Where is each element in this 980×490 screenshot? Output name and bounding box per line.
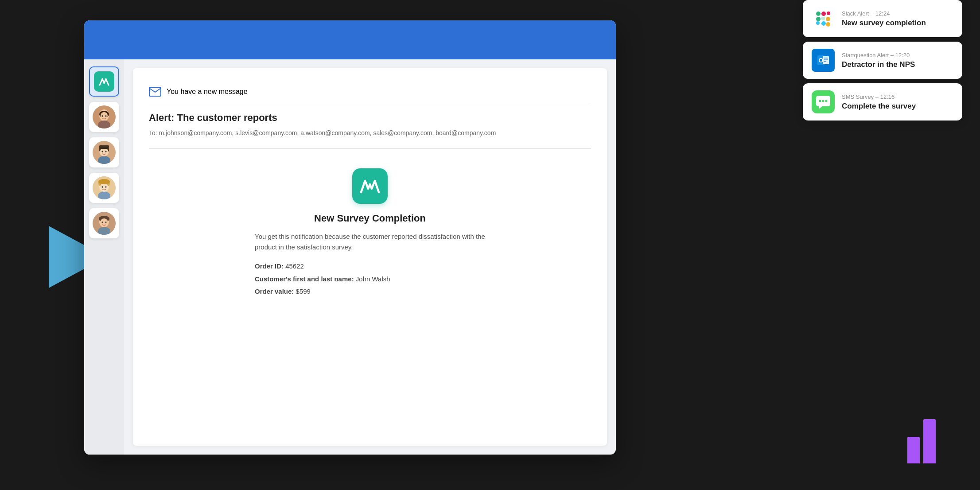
sidebar-item-avatar-4[interactable]	[89, 208, 119, 238]
app-window: You have a new message Alert: The custom…	[84, 20, 616, 455]
decorative-bar-chart	[907, 419, 936, 463]
order-id-line: Order ID: 45622	[255, 261, 485, 272]
customer-label: Customer's first and last name:	[255, 275, 354, 283]
app-body: You have a new message Alert: The custom…	[84, 59, 616, 455]
svg-point-51	[819, 100, 821, 102]
svg-point-12	[102, 151, 103, 152]
svg-rect-39	[821, 17, 825, 20]
sms-notif-time: SMS Survey – 12:16	[842, 93, 953, 100]
slack-notif-title: New survey completion	[842, 19, 953, 27]
outlook-icon	[812, 49, 835, 72]
sidebar-item-avatar-2[interactable]	[89, 137, 119, 167]
outlook-notif-title: Detractor in the NPS	[842, 60, 953, 69]
svg-rect-38	[816, 21, 820, 25]
svg-rect-46	[824, 59, 828, 60]
svg-point-29	[105, 222, 107, 223]
svg-rect-31	[816, 12, 821, 16]
main-content: You have a new message Alert: The custom…	[133, 68, 607, 446]
svg-rect-32	[816, 17, 821, 21]
sms-icon	[812, 90, 835, 113]
envelope-icon	[149, 87, 161, 97]
message-bar: You have a new message	[149, 81, 591, 103]
sidebar-item-logo[interactable]	[89, 66, 119, 97]
survey-details: Order ID: 45622 Customer's first and las…	[255, 261, 485, 299]
svg-rect-33	[821, 12, 826, 16]
survey-title: New Survey Completion	[314, 213, 426, 224]
customer-value: John Walsh	[356, 275, 390, 283]
notif-card-sms[interactable]: SMS Survey – 12:16 Complete the survey	[803, 83, 962, 121]
survey-description: You get this notification because the cu…	[255, 231, 485, 253]
svg-rect-34	[827, 12, 830, 15]
outlook-notif-text: Startquestion Alert – 12:20 Detractor in…	[842, 52, 953, 69]
bar-2	[923, 419, 936, 463]
svg-point-6	[105, 115, 107, 117]
order-value-line: Order value: $599	[255, 287, 485, 297]
slack-notif-text: Slack Alert – 12:24 New survey completio…	[842, 10, 953, 27]
order-value: $599	[296, 288, 311, 295]
order-id-label: Order ID:	[255, 262, 284, 270]
svg-rect-36	[826, 22, 830, 27]
survey-content: New Survey Completion You get this notif…	[149, 159, 591, 308]
email-divider	[149, 148, 591, 149]
survey-logo	[352, 168, 388, 204]
email-title: Alert: The customer reports	[149, 112, 591, 124]
logo-w	[94, 71, 114, 92]
slack-notif-time: Slack Alert – 12:24	[842, 10, 953, 17]
svg-rect-47	[824, 61, 826, 62]
avatar-1	[93, 105, 116, 128]
svg-point-28	[102, 222, 103, 223]
sidebar-item-avatar-1[interactable]	[89, 102, 119, 132]
svg-point-53	[825, 100, 828, 102]
sidebar-item-avatar-3[interactable]	[89, 173, 119, 203]
bar-1	[907, 437, 920, 463]
notif-card-slack[interactable]: Slack Alert – 12:24 New survey completio…	[803, 0, 962, 37]
app-header	[84, 20, 616, 59]
notif-card-outlook[interactable]: Startquestion Alert – 12:20 Detractor in…	[803, 42, 962, 79]
svg-rect-35	[826, 17, 830, 21]
svg-point-52	[822, 100, 824, 102]
svg-point-21	[105, 186, 107, 188]
svg-point-22	[98, 179, 110, 184]
notifications-panel: Slack Alert – 12:24 New survey completio…	[803, 0, 962, 121]
svg-point-4	[101, 112, 108, 119]
svg-point-13	[105, 151, 107, 152]
svg-point-5	[102, 115, 103, 117]
to-addresses: m.johnson@company.com, s.levis@company.c…	[159, 129, 496, 136]
outlook-notif-time: Startquestion Alert – 12:20	[842, 52, 953, 58]
to-label: To:	[149, 129, 157, 136]
avatar-3	[93, 176, 116, 199]
order-id-value: 45622	[285, 262, 304, 270]
order-value-label: Order value:	[255, 288, 294, 295]
svg-rect-37	[821, 21, 826, 26]
sms-notif-text: SMS Survey – 12:16 Complete the survey	[842, 93, 953, 111]
avatar-2	[93, 141, 116, 164]
customer-line: Customer's first and last name: John Wal…	[255, 274, 485, 284]
message-bar-text: You have a new message	[167, 88, 248, 96]
svg-rect-45	[824, 58, 828, 58]
sms-notif-title: Complete the survey	[842, 102, 953, 111]
email-to: To: m.johnson@company.com, s.levis@compa…	[149, 128, 591, 138]
svg-rect-14	[100, 147, 108, 149]
svg-point-43	[820, 59, 822, 62]
slack-icon	[812, 7, 835, 30]
svg-point-20	[102, 186, 103, 188]
sidebar	[84, 59, 124, 455]
avatar-4	[93, 212, 116, 235]
